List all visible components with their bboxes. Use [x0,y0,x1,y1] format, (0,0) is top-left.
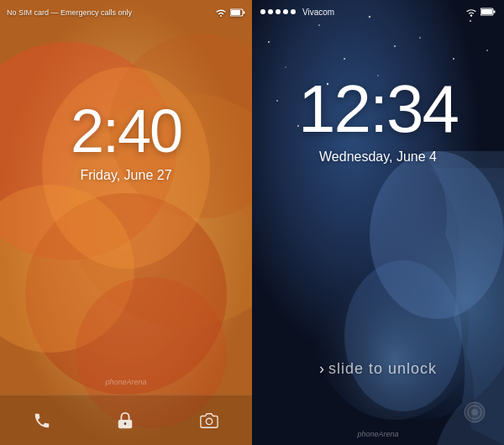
signal-dot-3 [276,9,281,14]
signal-dot-5 [291,9,296,14]
svg-point-13 [207,418,213,424]
ios-clock-area: 12:34 Wednesday, June 4 [252,76,504,165]
phone-icon [33,411,51,430]
slide-arrow-icon: › [319,360,325,377]
android-status-bar: No SIM card — Emergency calls only [0,0,252,25]
svg-point-40 [471,409,478,416]
svg-point-20 [318,24,320,26]
android-phone: No SIM card — Emergency calls only 2:40 … [0,0,252,445]
svg-rect-10 [231,10,240,15]
ios-watermark: phoneArena [357,430,398,438]
ios-watermark-icon [458,400,491,425]
svg-point-18 [344,260,462,411]
ios-carrier: Vivacom [302,8,334,17]
battery-icon [480,8,496,16]
android-bottom-bar [0,395,252,445]
svg-point-19 [268,41,270,43]
phone-comparison: No SIM card — Emergency calls only 2:40 … [0,0,504,445]
ios-status-icons [465,7,496,17]
svg-point-12 [124,422,127,425]
svg-point-25 [344,58,345,60]
ios-time: 12:34 [252,76,504,143]
android-clock-area: 2:40 Friday, June 27 [0,101,252,183]
svg-rect-37 [481,9,492,14]
android-date: Friday, June 27 [0,168,252,183]
svg-point-28 [486,50,488,51]
android-status-icons [215,8,245,18]
ios-status-bar: Vivacom [252,0,504,24]
ios-signal-dots: Vivacom [260,8,334,17]
signal-dot-4 [283,9,288,14]
lock-icon [116,411,134,430]
signal-dot-2 [268,9,273,14]
svg-point-34 [470,14,472,16]
svg-rect-9 [244,12,245,14]
svg-point-26 [394,45,396,47]
wifi-icon [215,8,227,18]
ios-phone: Vivacom 12:34 Wednesday, June 4 [252,0,504,445]
ios-date: Wednesday, June 4 [252,149,504,165]
wifi-icon [465,7,477,17]
ios-slide-unlock[interactable]: ›slide to unlock [252,360,504,378]
battery-icon [230,8,245,17]
svg-point-27 [453,58,454,60]
svg-rect-36 [494,11,496,13]
ios-wallpaper [252,0,504,445]
svg-point-22 [419,37,421,39]
ios-bottom-icons [458,400,491,428]
ios-slide-text: ›slide to unlock [319,360,437,377]
svg-point-24 [285,66,286,67]
android-time: 2:40 [0,101,252,161]
android-status-text: No SIM card — Emergency calls only [7,8,132,17]
signal-dot-1 [260,9,265,14]
android-watermark: phoneArena [105,378,146,386]
camera-icon [199,411,219,430]
